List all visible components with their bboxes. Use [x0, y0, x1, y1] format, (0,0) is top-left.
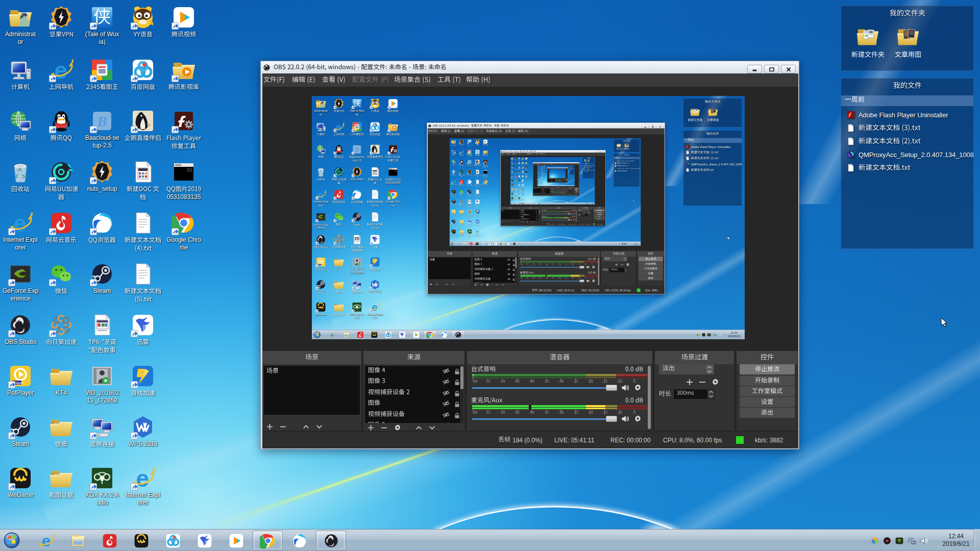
svg-text:e: e — [13, 211, 27, 235]
svg-text:B: B — [97, 113, 107, 129]
svg-text:e: e — [330, 331, 334, 338]
svg-text:e: e — [318, 189, 324, 200]
svg-text:e: e — [41, 533, 50, 549]
svg-text:e: e — [458, 242, 460, 245]
svg-text:e: e — [476, 229, 479, 234]
svg-text:e: e — [336, 121, 341, 132]
svg-text:e: e — [522, 197, 524, 199]
svg-text:e: e — [372, 302, 378, 312]
svg-text:e: e — [136, 466, 149, 490]
svg-text:e: e — [54, 58, 67, 82]
svg-text:B: B — [354, 146, 359, 153]
svg-text:e: e — [511, 175, 513, 177]
